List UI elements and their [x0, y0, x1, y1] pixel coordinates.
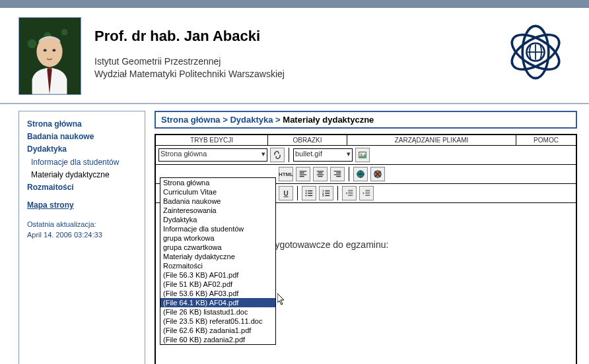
sidebar-nav: Strona główna Badania naukowe Dydaktyka … [18, 111, 145, 364]
dropdown-item[interactable]: (File 62.6 KB) zadania1.pdf [160, 326, 275, 335]
dropdown-item[interactable]: Badania naukowe [160, 197, 275, 206]
site-logo-icon [506, 22, 565, 82]
dropdown-item[interactable]: Rozmaitości [160, 261, 275, 270]
list-ul-icon [304, 189, 314, 198]
page-header: Prof. dr hab. Jan Abacki Istytut Geometr… [0, 8, 589, 104]
image-icon [358, 150, 367, 160]
bullet-list-button[interactable] [302, 186, 316, 200]
dropdown-item[interactable]: (File 51 KB) AF02.pdf [160, 280, 275, 289]
globe-remove-button[interactable] [370, 167, 385, 181]
dropdown-item[interactable]: (File 26 KB) listastud1.doc [160, 307, 275, 317]
sidebar-item-student-info[interactable]: Informacje dla studentów [27, 156, 137, 169]
svg-point-6 [52, 49, 55, 51]
insert-link-button[interactable] [270, 148, 285, 162]
image-select[interactable]: bullet.gif ▾ [293, 148, 353, 162]
globe-x-icon [373, 169, 382, 179]
dropdown-item[interactable]: Zainteresowania [160, 206, 275, 215]
link-icon [273, 150, 282, 160]
sidebar-item-sitemap[interactable]: Mapa strony [27, 199, 74, 212]
dropdown-item[interactable]: (File 60 KB) zadania2.pdf [160, 335, 275, 344]
editor-menubar: TRYB EDYCJI OBRAZKI ZARZĄDZANIE PLIKAMI … [156, 135, 576, 146]
dropdown-item[interactable]: Strona główna [160, 178, 275, 187]
align-center-button[interactable] [313, 167, 328, 181]
menu-help[interactable]: POMOC [516, 135, 576, 145]
outdent-icon [345, 189, 354, 198]
dropdown-item[interactable]: grupa wtorkowa [160, 233, 275, 243]
html-button[interactable]: HTML [279, 167, 293, 181]
dropdown-item[interactable]: Curriculum Vitae [160, 187, 275, 197]
sidebar-item-research[interactable]: Badania naukowe [27, 131, 137, 143]
svg-point-2 [61, 29, 68, 36]
breadcrumb: Strona główna > Dydaktyka > Materiały dy… [155, 111, 577, 129]
underline-button[interactable]: U [279, 186, 293, 200]
dropdown-item[interactable]: (File 56.3 KB) AF01.pdf [160, 270, 275, 280]
dropdown-item[interactable]: Dydaktyka [160, 215, 275, 224]
list-ol-icon: 123 [322, 189, 331, 198]
dropdown-item[interactable]: (File 53.6 KB) AF03.pdf [160, 289, 275, 298]
svg-text:3: 3 [322, 194, 324, 197]
align-right-button[interactable] [330, 167, 345, 181]
subtitle-line-2: Wydział Matematyki Politechniki Warszaws… [94, 68, 506, 80]
subtitle-line-1: Istytut Geometrii Przestrzennej [94, 55, 506, 68]
outdent-button[interactable] [342, 186, 357, 200]
breadcrumb-home[interactable]: Strona główna [161, 115, 221, 125]
editor-panel: TRYB EDYCJI OBRAZKI ZARZĄDZANIE PLIKAMI … [155, 134, 577, 364]
person-icon [19, 18, 81, 94]
insert-image-button[interactable] [355, 148, 370, 162]
indent-button[interactable] [359, 186, 374, 200]
svg-point-19 [306, 195, 307, 196]
breadcrumb-current: Materiały dydaktyczne [283, 115, 374, 125]
dropdown-item[interactable]: Informacje dla studentów [160, 224, 275, 233]
toolbar-row-1: Strona główna ▾ bullet.gif ▾ [156, 146, 576, 165]
svg-point-3 [28, 40, 37, 49]
sidebar-item-misc[interactable]: Rozmaitości [27, 181, 137, 194]
globe-icon [356, 169, 365, 179]
sidebar-item-materials[interactable]: Materiały dydaktyczne [27, 169, 137, 181]
page-title: Prof. dr hab. Jan Abacki [94, 28, 506, 45]
menu-edit-mode[interactable]: TRYB EDYCJI [156, 135, 268, 145]
number-list-button[interactable]: 123 [319, 186, 333, 200]
dropdown-item[interactable]: Materiały dydaktyczne [160, 252, 275, 261]
svg-point-18 [306, 193, 307, 194]
globe-button[interactable] [353, 167, 368, 181]
svg-point-5 [44, 49, 47, 51]
dropdown-item[interactable]: (File 23.5 KB) referat05.11.doc [160, 317, 275, 326]
last-updated: Ostatnia aktualizacja: April 14. 2006 03… [27, 220, 137, 240]
align-left-icon [298, 169, 308, 179]
align-center-icon [316, 169, 325, 179]
svg-point-17 [306, 190, 307, 191]
portrait-photo [18, 17, 81, 95]
sidebar-item-home[interactable]: Strona główna [27, 118, 137, 131]
header-text: Prof. dr hab. Jan Abacki Istytut Geometr… [81, 17, 506, 80]
page-select[interactable]: Strona główna ▾ [158, 148, 267, 162]
dropdown-item[interactable]: grupa czwartkowa [160, 243, 275, 252]
menu-images[interactable]: OBRAZKI [268, 135, 347, 145]
page-select-dropdown[interactable]: Strona głównaCurriculum VitaeBadania nau… [160, 177, 276, 345]
breadcrumb-teaching[interactable]: Dydaktyka [230, 115, 273, 125]
menu-file-mgmt[interactable]: ZARZĄDZANIE PLIKAMI [347, 135, 516, 145]
indent-icon [362, 189, 371, 198]
sidebar-item-teaching[interactable]: Dydaktyka [27, 143, 137, 156]
align-left-button[interactable] [296, 167, 310, 181]
align-right-icon [333, 169, 342, 179]
dropdown-item[interactable]: (File 64.1 KB) AF04.pdf [160, 298, 275, 307]
